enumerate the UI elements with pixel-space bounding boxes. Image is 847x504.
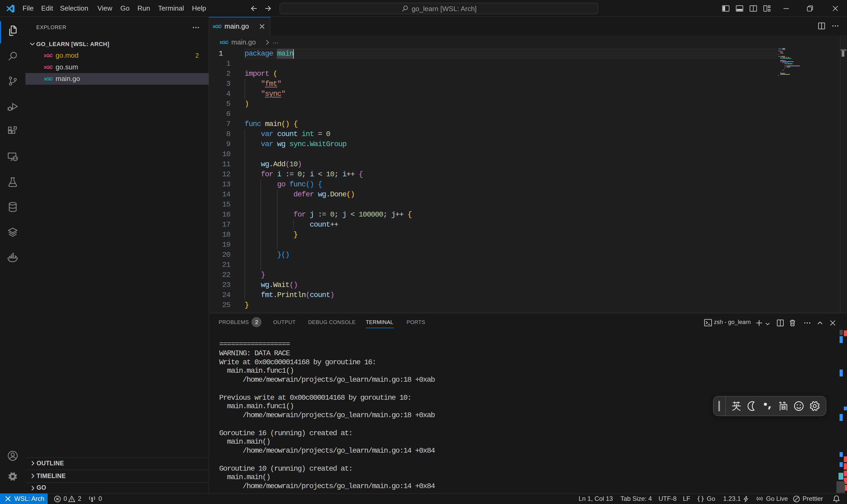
svg-text:GO: GO (215, 23, 221, 29)
svg-text:GO: GO (46, 76, 52, 81)
svg-text:GO: GO (222, 40, 228, 45)
svg-text:GO: GO (46, 53, 52, 58)
svg-text:GO: GO (46, 64, 52, 70)
